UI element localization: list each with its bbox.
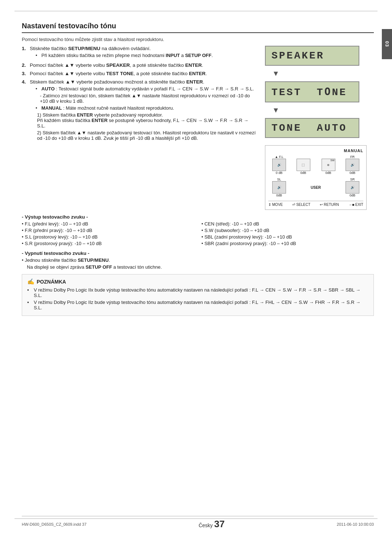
spk-fl-icon: 🔊 — [272, 159, 286, 171]
poznamka-box: ✍ POZNÁMKA ▪ V režimu Dolby Pro Logic II… — [22, 274, 374, 316]
nav-move: ⇕ MOVE — [268, 203, 283, 207]
footer-file: HW-D600_D650S_CZ_0609.indd 37 — [22, 522, 86, 526]
spk-sw-icon: ⊚ SW — [322, 159, 335, 171]
poznamka-item-1: ▪ V režimu Dolby Pro Logic IIx bude výst… — [27, 287, 368, 298]
step-3-num: 3. — [22, 71, 28, 76]
poznamka-text-2: V režimu Dolby Pro Logic IIz bude výstup… — [34, 300, 368, 310]
arrow-1: ▼ — [272, 69, 279, 78]
output-sw: • S.W (subwoofer): -10 – +10 dB — [201, 228, 374, 233]
spk-sr: SR 🔊 0dB — [342, 178, 363, 197]
spk-c-area: ⬚ 0dB — [291, 155, 315, 175]
tab-number: 03 — [384, 41, 390, 47]
lcd-test-tone: TEST TONE — [265, 81, 359, 102]
step-4: 4. Stiskem tlačítek ▲▼ vyberte požadovan… — [22, 79, 258, 142]
user-label: USER — [311, 186, 321, 190]
input-bold: INPUT — [166, 53, 180, 58]
poznamka-item-2: ▪ V režimu Dolby Pro Logic IIz bude výst… — [27, 300, 368, 310]
step-1-bullet-text: Při každém stisku tlačítka se režim přep… — [41, 53, 213, 58]
output-list: • F.L (přední levý): -10 – +10 dB • CEN … — [22, 221, 374, 246]
poznamka-icon: ✍ — [27, 278, 34, 285]
lcd-speaker: SPEAKER — [265, 46, 359, 66]
lcd-tone-auto: TONE AUTO — [265, 118, 359, 138]
vypnuti-setupoff: SETUP OFF — [86, 264, 112, 270]
step-3: 3. Pomocí tlačítek ▲▼ vyberte volbu TEST… — [22, 71, 258, 76]
vypnuti-line2: Na displeji se objeví zpráva SETUP OFF a… — [27, 264, 374, 270]
step-3-content: Pomocí tlačítek ▲▼ vyberte volbu TEST TO… — [30, 71, 258, 76]
poznamka-label: POZNÁMKA — [37, 279, 66, 285]
manual-diagram: MANUAL ▲ F.L 🔊 0 dB ⬚ 0dB ⊚ — [265, 145, 367, 210]
nav-select: ⏎ SELECT — [292, 203, 310, 207]
step-2-enter: ENTER — [185, 62, 202, 68]
output-fr: • F.R (přední pravý): -10 – +10 dB — [22, 228, 194, 233]
vypnuti-line1: • Jednou stiskněte tlačítko SETUP/MENU. — [22, 257, 374, 263]
auto-text: AUTO : Testovací signál bude automaticky… — [41, 86, 254, 91]
step-3-enter: ENTER — [189, 71, 205, 76]
bullet-auto: • — [36, 86, 39, 91]
output-cen: • CEN (střed): -10 – +10 dB — [201, 221, 374, 227]
bullet-manual: • — [36, 105, 39, 111]
vypnuti-heading: - Vypnutí testovacího zvuku - — [22, 251, 374, 256]
footer: HW-D600_D650S_CZ_0609.indd 37 Česky 37 2… — [22, 516, 374, 530]
auto-bullet: • AUTO : Testovací signál bude automatic… — [36, 86, 258, 91]
poznamka-text-1: V režimu Dolby Pro Logic IIx bude výstup… — [34, 287, 368, 298]
poznamka-title: ✍ POZNÁMKA — [27, 278, 368, 285]
spk-fr: FR 🔊 0dB — [342, 155, 363, 175]
manual-enter: ENTER — [77, 112, 93, 118]
manual-bullet: • MANUAL : Máte možnost ručně nastavit h… — [36, 105, 258, 111]
spk-sw-area: ⊚ SW 0dB — [317, 155, 340, 175]
page-title: Nastavení testovacího tónu — [22, 22, 374, 33]
step-2-content: Pomocí tlačítek ▲▼ vyberte volbu SPEAKER… — [30, 62, 258, 68]
footer-date: 2011-06-10 10:00:03 — [337, 522, 374, 526]
main-content: Nastavení testovacího tónu Pomocí testov… — [22, 22, 374, 515]
tab-label: Nastavení — [376, 33, 381, 56]
side-tab: 03 Nastavení — [382, 29, 392, 59]
manual-sub1: 1) Stiskem tlačítka ENTER vyberte požado… — [37, 112, 258, 129]
page-number-area: Česky 37 — [199, 518, 225, 530]
step-4-content: Stiskem tlačítek ▲▼ vyberte požadovanou … — [30, 79, 258, 142]
step-2-speaker: SPEAKER — [106, 62, 130, 68]
output-sr: • S.R (prostorový pravý): -10 – +10 dB — [22, 241, 194, 246]
vypnuti-bold: SETUP/MENU — [78, 257, 109, 263]
diagram-nav: ⇕ MOVE ⏎ SELECT ↩ RETURN →■ EXIT — [268, 201, 363, 207]
step-1-bullet: • Při každém stisku tlačítka se režim př… — [36, 53, 258, 58]
manual-diagram-title: MANUAL — [268, 149, 363, 153]
page-num: 37 — [214, 518, 225, 530]
two-col-layout: 1. Stiskněte tlačítko SETUP/MENU na dálk… — [22, 46, 374, 210]
manual-sub2: 2) Stiskem tlačítek ▲▼ nastavte požadova… — [37, 130, 258, 141]
vystup-heading: - Výstup testovacího zvuku - — [22, 214, 374, 220]
poznamka-bullet-2: ▪ — [27, 300, 32, 310]
spk-fl: ▲ F.L 🔊 0 dB — [268, 155, 290, 175]
speaker-layout: ▲ F.L 🔊 0 dB ⬚ 0dB ⊚ SW 0dB — [268, 155, 363, 199]
page-lang: Česky — [199, 522, 213, 528]
output-fl: • F.L (přední levý): -10 – +10 dB — [22, 221, 194, 227]
manual-enter2: ENTER — [91, 118, 107, 123]
spk-c-icon: ⬚ — [297, 159, 310, 171]
spk-fr-icon: 🔊 — [346, 159, 359, 171]
spk-sr-icon: 🔊 — [346, 181, 359, 194]
arrow-2: ▼ — [272, 106, 279, 114]
step-2: 2. Pomocí tlačítek ▲▼ vyberte volbu SPEA… — [22, 62, 258, 68]
spk-sl-icon: 🔊 — [272, 181, 286, 194]
output-sbr: • SBR (zadní prostorový pravý): -10 – +1… — [201, 241, 374, 246]
setupoff-bold: SETUP OFF — [185, 53, 212, 58]
step-1-bold: SETUP/MENU — [68, 46, 101, 51]
intro-text: Pomocí testovacího tónu můžete zjistit s… — [22, 37, 374, 42]
step-4-enter: ENTER — [186, 79, 203, 85]
step-1-content: Stiskněte tlačítko SETUP/MENU na dálkové… — [30, 46, 258, 60]
poznamka-bullet-1: ▪ — [27, 287, 32, 298]
user-label-area: USER — [291, 178, 340, 197]
left-column: 1. Stiskněte tlačítko SETUP/MENU na dálk… — [22, 46, 258, 210]
manual-text: MANUAL : Máte možnost ručně nastavit hla… — [41, 105, 174, 111]
right-column: SPEAKER ▼ TEST TONE ▼ TONE AUTO MANUAL ▲… — [265, 46, 374, 210]
spk-sl: SL 🔊 0dB — [268, 178, 290, 197]
output-sbl: • SBL (zadní prostorový levý): -10 – +10… — [201, 234, 374, 240]
nav-return: ↩ RETURN — [320, 203, 339, 207]
nav-exit: →■ EXIT — [348, 203, 363, 207]
output-sl: • S.L (prostorový levý): -10 – +10 dB — [22, 234, 194, 240]
step-1: 1. Stiskněte tlačítko SETUP/MENU na dálk… — [22, 46, 258, 60]
auto-sub-text: - Zatímco zní testovací tón, stiskem tla… — [40, 93, 258, 104]
step-1-num: 1. — [22, 46, 28, 60]
step-3-testtone: TEST TONE — [106, 71, 134, 76]
bullet-dot: • — [36, 53, 39, 58]
step-4-num: 4. — [22, 79, 28, 142]
